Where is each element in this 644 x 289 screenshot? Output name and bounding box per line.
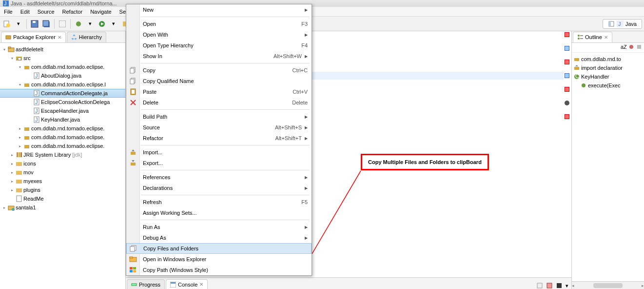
outline-tree[interactable]: com.ddlab.rnd.to import declaratior CKey…: [572, 53, 644, 281]
tree-folder[interactable]: ▸plugins: [0, 186, 125, 194]
error-marker[interactable]: [565, 114, 569, 119]
tab-progress[interactable]: Progress: [127, 279, 165, 289]
menu-source[interactable]: Source: [34, 9, 59, 15]
menu-paste[interactable]: PasteCtrl+V: [126, 86, 312, 97]
outline-item[interactable]: com.ddlab.rnd.to: [574, 55, 642, 63]
perspective-switcher[interactable]: J Java: [603, 19, 642, 29]
svg-rect-81: [131, 163, 136, 165]
menu-copy-files-and-folders[interactable]: Copy Files and Folders: [126, 243, 312, 254]
new-dropdown[interactable]: ▾: [14, 19, 23, 29]
outline-item[interactable]: import declaratior: [574, 63, 642, 72]
menu-show-in[interactable]: Show InAlt+Shift+W▶: [126, 51, 312, 62]
outline-item[interactable]: CKeyHandler: [574, 72, 642, 81]
tree-file[interactable]: ReadMe: [0, 194, 125, 203]
save-button[interactable]: [30, 19, 39, 29]
menu-source[interactable]: SourceAlt+Shift+S▶: [126, 122, 312, 133]
menu-declarations[interactable]: Declarations▶: [126, 183, 312, 193]
tree-src[interactable]: ▾src: [0, 54, 125, 62]
separator: [54, 19, 55, 29]
tab-hierarchy[interactable]: Hierarchy: [67, 32, 106, 42]
info-marker[interactable]: [565, 46, 569, 51]
menu-debug-as[interactable]: Debug As▶: [126, 232, 312, 243]
menu-file[interactable]: File: [0, 9, 17, 15]
menu-build-path[interactable]: Build Path▶: [126, 111, 312, 122]
open-console-dropdown[interactable]: ▾: [566, 283, 568, 289]
tree-folder[interactable]: ▸icons: [0, 159, 125, 168]
menu-navigate[interactable]: Navigate: [86, 9, 115, 15]
context-menu[interactable]: New▶ OpenF3 Open With▶ Open Type Hierarc…: [126, 4, 312, 276]
tree-file[interactable]: JCommandActionDelegate.ja: [0, 89, 125, 98]
close-icon[interactable]: ✕: [604, 35, 608, 40]
project-tree[interactable]: ▾asdfdeleteIt ▾src ▾com.ddlab.rnd.tornad…: [0, 43, 125, 289]
menu-open-type-hierarchy[interactable]: Open Type HierarchyF4: [126, 40, 312, 51]
tree-file[interactable]: JAboutDialog.java: [0, 71, 125, 80]
menu-copy[interactable]: CopyCtrl+C: [126, 65, 312, 76]
menu-import[interactable]: Import...: [126, 147, 312, 158]
menu-label: Open in Windows Explorer: [143, 256, 206, 262]
debug-button[interactable]: [74, 19, 83, 29]
menu-refactor[interactable]: Refactor: [59, 9, 87, 15]
close-icon[interactable]: ✕: [58, 35, 61, 40]
tree-folder[interactable]: ▸mov: [0, 168, 125, 177]
outline-icon: [577, 34, 583, 40]
java-file-icon: J: [33, 99, 40, 105]
menu-open-with[interactable]: Open With▶: [126, 29, 312, 40]
menu-delete[interactable]: DeleteDelete: [126, 97, 312, 108]
svg-rect-30: [24, 83, 29, 87]
tree-package[interactable]: ▸com.ddlab.rnd.tornado.eclipse.: [0, 142, 125, 150]
hide-static-button[interactable]: [636, 44, 642, 51]
tree-project[interactable]: ▾asdfdeleteIt: [0, 45, 125, 54]
open-perspective-icon[interactable]: [608, 21, 615, 27]
menu-copy-path[interactable]: Copy Path (Windows Style): [126, 265, 312, 275]
outline-view: Outline ✕ aZ com.ddlab.rnd.to import dec…: [572, 31, 644, 289]
new-button[interactable]: [2, 19, 12, 29]
outline-toolbar: aZ: [572, 43, 644, 53]
hide-fields-button[interactable]: [628, 44, 634, 51]
package-icon: [574, 56, 580, 62]
menu-assign-working-sets[interactable]: Assign Working Sets...: [126, 207, 312, 218]
menu-open-in-explorer[interactable]: Open in Windows Explorer: [126, 254, 312, 265]
close-icon[interactable]: ✕: [199, 282, 203, 287]
tree-project[interactable]: ▸santala1: [0, 203, 125, 212]
tab-package-explorer[interactable]: Package Explorer ✕: [1, 32, 66, 42]
menu-references[interactable]: References▶: [126, 172, 312, 183]
tree-folder[interactable]: ▸myexes: [0, 177, 125, 186]
menu-label: Refresh: [143, 199, 162, 205]
tab-outline[interactable]: Outline ✕: [573, 32, 612, 42]
save-all-button[interactable]: [41, 19, 51, 29]
tree-package[interactable]: ▾com.ddlab.rnd.tornado.eclipse.: [0, 62, 125, 71]
tree-file[interactable]: JKeyHandler.java: [0, 115, 125, 124]
tree-package[interactable]: ▸com.ddlab.rnd.tornado.eclipse.: [0, 133, 125, 142]
debug-dropdown[interactable]: ▾: [85, 19, 95, 29]
menu-edit[interactable]: Edit: [17, 9, 34, 15]
tree-jre[interactable]: ▸JRE System Library [jdk]: [0, 150, 125, 159]
menu-refresh[interactable]: RefreshF5: [126, 197, 312, 207]
error-marker[interactable]: [565, 32, 569, 37]
menu-run-as[interactable]: Run As▶: [126, 222, 312, 232]
outline-label: import declaratior: [581, 65, 623, 71]
tab-console[interactable]: Console ✕: [166, 279, 208, 289]
pin-console-button[interactable]: [556, 282, 563, 289]
tree-package[interactable]: ▾com.ddlab.rnd.tornado.eclipse.l: [0, 80, 125, 89]
menu-open[interactable]: OpenF3: [126, 19, 312, 29]
outline-scrollbar[interactable]: ◂▸: [572, 281, 644, 289]
tree-package[interactable]: ▸com.ddlab.rnd.tornado.eclipse.: [0, 124, 125, 133]
menu-copy-qualified-name[interactable]: Copy Qualified Name: [126, 76, 312, 86]
outline-item[interactable]: execute(Exec: [574, 81, 642, 90]
scrollbar-thumb[interactable]: [593, 283, 623, 288]
menu-label: Show In: [143, 53, 162, 59]
tree-file[interactable]: JEclipseConsoleActionDelega: [0, 98, 125, 106]
menu-new[interactable]: New▶: [126, 4, 312, 15]
menu-export[interactable]: Export...: [126, 158, 312, 168]
sort-button[interactable]: aZ: [621, 44, 626, 51]
tree-file[interactable]: JEscapeHandler.java: [0, 106, 125, 115]
build-button[interactable]: [58, 19, 67, 29]
clear-console-button[interactable]: [536, 282, 543, 289]
menu-bar[interactable]: File Edit Source Refactor Navigate Se: [0, 7, 644, 17]
run-dropdown[interactable]: ▾: [109, 19, 118, 29]
run-button[interactable]: [97, 19, 107, 29]
svg-rect-45: [16, 162, 22, 166]
menu-refactor[interactable]: RefactorAlt+Shift+T▶: [126, 133, 312, 144]
svg-text:J: J: [35, 108, 38, 114]
display-selected-button[interactable]: [546, 282, 553, 289]
